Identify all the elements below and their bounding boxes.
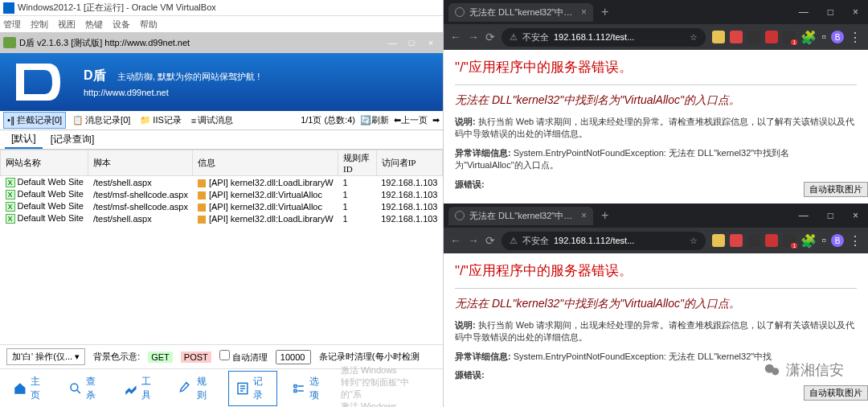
col-rule[interactable]: 规则库ID bbox=[338, 150, 377, 176]
profile-avatar[interactable]: B bbox=[831, 234, 844, 247]
table-row[interactable]: X Default Web Site/test/shell.aspx[API] … bbox=[1, 212, 443, 224]
back-button[interactable]: ← bbox=[450, 234, 461, 247]
col-site[interactable]: 网站名称 bbox=[1, 150, 88, 176]
bg-label: 背景色示意: bbox=[93, 351, 140, 363]
reload-button[interactable]: ⟳ bbox=[485, 234, 495, 247]
extensions-icon[interactable]: 🧩 bbox=[800, 30, 817, 45]
clean-num-input[interactable] bbox=[276, 350, 311, 364]
tab-default[interactable]: [默认] bbox=[5, 130, 43, 149]
table-row[interactable]: X Default Web Site/test/msf-shellcode.as… bbox=[1, 200, 443, 212]
win-minimize[interactable]: — bbox=[794, 5, 813, 19]
reload-button[interactable]: ⟳ bbox=[485, 31, 495, 43]
win-close[interactable]: × bbox=[848, 208, 863, 223]
menu-view[interactable]: 视图 bbox=[58, 18, 76, 31]
reading-list-icon[interactable]: ▫ bbox=[821, 233, 826, 248]
col-script[interactable]: 脚本 bbox=[88, 150, 193, 176]
tb-block[interactable]: •‖ 拦截记录[0] bbox=[3, 112, 66, 129]
browser-addressbar: ← → ⟳ ⚠ 不安全 192.168.1.112/test... ☆ 1 🧩 … bbox=[444, 228, 868, 253]
menu-hotkey[interactable]: 热键 bbox=[85, 18, 103, 31]
ext-icon[interactable]: 1 bbox=[783, 234, 796, 247]
nav-home[interactable]: 主页 bbox=[6, 372, 54, 405]
tb-debug[interactable]: ≡ 调试消息 bbox=[188, 113, 236, 128]
table-row[interactable]: X Default Web Site/test/msf-shellcode.as… bbox=[1, 188, 443, 200]
error-source: 源错误: bbox=[455, 179, 857, 191]
win-maximize[interactable]: □ bbox=[823, 5, 838, 19]
tab-close-icon[interactable]: × bbox=[581, 6, 587, 18]
ext-icon[interactable] bbox=[730, 234, 743, 247]
nav-scan[interactable]: 查杀 bbox=[62, 372, 109, 405]
windows-watermark: 激活 Windows 转到"控制面板"中的"系 激活 Windows。 bbox=[341, 364, 436, 408]
refresh-button[interactable]: 🔄刷新 bbox=[360, 114, 389, 126]
back-button[interactable]: ← bbox=[450, 31, 461, 43]
prev-button[interactable]: ⬅上一页 bbox=[394, 114, 428, 126]
new-tab-button[interactable]: + bbox=[601, 5, 608, 19]
browser-tab[interactable]: 无法在 DLL"kernel32"中找到名 × bbox=[448, 207, 593, 225]
browser-content: "/"应用程序中的服务器错误。 无法在 DLL"kernel32"中找到名为"V… bbox=[444, 50, 868, 204]
tab-query[interactable]: [记录查询] bbox=[44, 131, 101, 148]
close-button[interactable]: × bbox=[422, 35, 440, 50]
ext-icon[interactable] bbox=[747, 31, 760, 43]
table-row[interactable]: X Default Web Site/test/shell.aspx[API] … bbox=[1, 176, 443, 189]
browser-tab[interactable]: 无法在 DLL"kernel32"中找到名 × bbox=[448, 3, 593, 22]
browser-addressbar: ← → ⟳ ⚠ 不安全 192.168.1.112/test... ☆ 1 🧩 … bbox=[444, 24, 868, 50]
nav-tools[interactable]: 工具 bbox=[117, 372, 165, 405]
tab-close-icon[interactable]: × bbox=[581, 210, 587, 221]
forward-button[interactable]: → bbox=[468, 234, 479, 247]
maximize-button[interactable]: □ bbox=[403, 35, 420, 50]
ext-icon[interactable] bbox=[730, 31, 743, 43]
nav-options[interactable]: 选项 bbox=[285, 372, 333, 405]
win-maximize[interactable]: □ bbox=[823, 208, 838, 223]
win-minimize[interactable]: — bbox=[794, 208, 813, 223]
url-text: 192.168.1.112/test... bbox=[554, 236, 634, 245]
page-info: 1/1页 (总数:4) bbox=[301, 114, 355, 126]
profile-avatar[interactable]: B bbox=[831, 31, 844, 43]
add-white-dropdown[interactable]: 加'白' 操作(仅... ▾ bbox=[6, 348, 85, 365]
menu-manage[interactable]: 管理 bbox=[3, 18, 21, 31]
insecure-icon: ⚠ bbox=[510, 236, 518, 246]
auto-clean-check[interactable]: 自动清理 bbox=[219, 350, 268, 364]
ext-icon[interactable] bbox=[765, 31, 778, 43]
extensions-icon[interactable]: 🧩 bbox=[800, 233, 817, 249]
url-bar[interactable]: ⚠ 不安全 192.168.1.112/test... ☆ bbox=[502, 232, 706, 250]
auto-image-button[interactable]: 自动获取图片 bbox=[804, 385, 868, 401]
tab-title: 无法在 DLL"kernel32"中找到名 bbox=[469, 6, 576, 18]
ddun-app-icon bbox=[3, 37, 16, 48]
ext-icon[interactable] bbox=[747, 234, 760, 247]
url-bar[interactable]: ⚠ 不安全 192.168.1.112/test... ☆ bbox=[502, 28, 706, 47]
nav-log[interactable]: 记录 bbox=[228, 371, 277, 406]
new-tab-button[interactable]: + bbox=[601, 208, 608, 223]
menu-device[interactable]: 设备 bbox=[113, 18, 130, 31]
insecure-label: 不安全 bbox=[522, 31, 549, 43]
ddun-toolbar: •‖ 拦截记录[0] 📋 消息记录[0] 📁 IIS记录 ≡ 调试消息 1/1页… bbox=[0, 111, 443, 130]
clean-note: 条记录时清理(每小时检测 bbox=[319, 351, 420, 363]
ddun-title-bar: D盾 v2.1.6.3 [测试版] http://www.d99net.net … bbox=[0, 32, 443, 53]
next-button[interactable]: ➡ bbox=[432, 115, 440, 125]
forward-button[interactable]: → bbox=[468, 31, 479, 43]
ddun-title: D盾 v2.1.6.3 [测试版] http://www.d99net.net bbox=[19, 37, 190, 49]
minimize-button[interactable]: — bbox=[383, 35, 401, 50]
tab-info-icon bbox=[455, 211, 465, 220]
auto-image-button[interactable]: 自动获取图片 bbox=[804, 182, 868, 197]
win-close[interactable]: × bbox=[848, 5, 863, 19]
reading-list-icon[interactable]: ▫ bbox=[821, 30, 826, 44]
menu-help[interactable]: 帮助 bbox=[140, 18, 158, 31]
extension-icons: 1 🧩 ▫ B ⋮ bbox=[712, 30, 862, 45]
menu-control[interactable]: 控制 bbox=[31, 18, 48, 31]
ddun-banner: D盾 主动防御, 默默为你的网站保驾护航 ! http://www.d99net… bbox=[0, 53, 443, 111]
nav-rules[interactable]: 规则 bbox=[173, 372, 220, 405]
ext-icon[interactable] bbox=[765, 234, 778, 247]
tb-iis[interactable]: 📁 IIS记录 bbox=[137, 113, 184, 128]
menu-icon[interactable]: ⋮ bbox=[849, 30, 862, 45]
col-info[interactable]: 信息 bbox=[193, 150, 338, 176]
ddun-bottom-bar: 加'白' 操作(仅... ▾ 背景色示意: GET POST 自动清理 条记录时… bbox=[0, 344, 443, 368]
vbox-menu: 管理 控制 视图 热键 设备 帮助 bbox=[0, 16, 443, 32]
star-icon[interactable]: ☆ bbox=[690, 236, 698, 246]
star-icon[interactable]: ☆ bbox=[690, 32, 698, 43]
ext-icon[interactable]: 1 bbox=[783, 31, 796, 43]
ext-icon[interactable] bbox=[712, 31, 725, 43]
menu-icon[interactable]: ⋮ bbox=[849, 233, 862, 249]
svg-rect-2 bbox=[294, 384, 297, 387]
col-ip[interactable]: 访问者IP bbox=[376, 150, 442, 176]
ext-icon[interactable] bbox=[712, 234, 725, 247]
tb-msg[interactable]: 📋 消息记录[0] bbox=[69, 113, 133, 128]
